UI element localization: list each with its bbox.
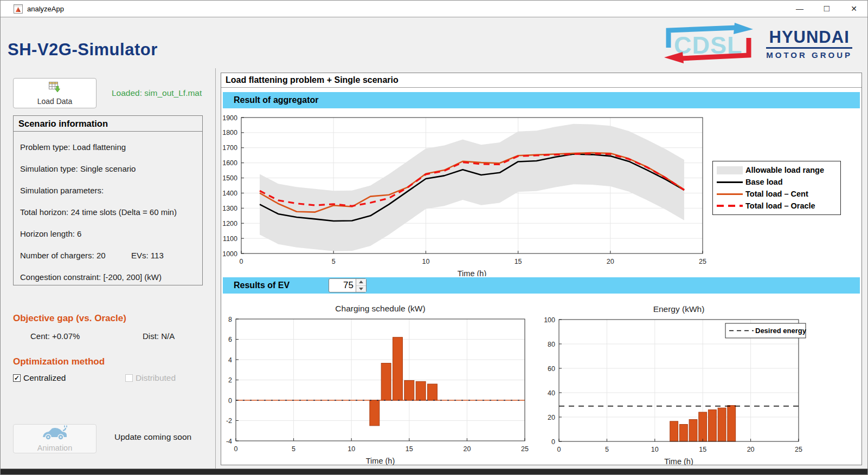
distributed-checkbox[interactable]: Distributed	[125, 373, 176, 383]
svg-text:1700: 1700	[222, 144, 237, 152]
matlab-app-icon	[14, 4, 23, 14]
legend-entry: Total load – Cent	[717, 188, 836, 200]
aggregator-chart-area: 0510152025100011001200130014001500160017…	[222, 108, 862, 276]
maximize-icon: □	[824, 3, 830, 14]
legend-swatch-icon	[717, 181, 743, 183]
optimization-method-heading: Optimization method	[13, 356, 105, 367]
svg-text:Time (h): Time (h)	[458, 269, 486, 276]
svg-text:60: 60	[548, 365, 555, 373]
svg-text:25: 25	[699, 258, 706, 265]
close-icon: ✕	[851, 4, 857, 13]
main-area: Load flattening problem + Single scenari…	[216, 68, 867, 469]
svg-text:1200: 1200	[222, 220, 237, 227]
aggregator-section-header: Result of aggregator	[223, 92, 860, 108]
ev-section-header: Results of EV 75	[223, 277, 860, 294]
hyundai-logo: HYUNDAI MOTOR GROUP	[766, 29, 852, 60]
close-button[interactable]: ✕	[840, 1, 867, 17]
svg-text:1100: 1100	[223, 235, 237, 243]
maximize-button[interactable]: □	[813, 1, 840, 17]
svg-text:5: 5	[605, 446, 609, 453]
ev-charts-row: 0510152025-4-202468Charging schedule (kW…	[221, 296, 861, 465]
svg-text:4: 4	[228, 356, 232, 364]
svg-text:20: 20	[607, 258, 614, 265]
scenario-line: Congestion constraint: [-200, 200] (kW)	[20, 266, 196, 288]
car-icon	[41, 425, 69, 444]
load-data-button[interactable]: Load Data	[13, 78, 97, 108]
app-window: analyzeApp — □ ✕ SH-V2G-Simulator CDSL H…	[0, 0, 868, 475]
legend-label: Base load	[745, 178, 783, 186]
checkbox-label: Distributed	[136, 373, 176, 383]
ev-section-label: Results of EV	[223, 281, 290, 290]
svg-text:1000: 1000	[222, 250, 237, 258]
charging-chart: 0510152025-4-202468Charging schedule (kW…	[221, 296, 538, 465]
svg-text:1900: 1900	[222, 114, 237, 122]
results-panel: Load flattening problem + Single scenari…	[221, 73, 862, 465]
objective-dist-value: Dist: N/A	[143, 331, 175, 341]
svg-text:1500: 1500	[222, 174, 237, 182]
svg-text:5: 5	[332, 258, 336, 265]
update-note: Update coming soon	[114, 432, 191, 442]
legend-label: Total load – Cent	[745, 190, 808, 198]
svg-text:Desired energy: Desired energy	[755, 327, 807, 335]
legend-swatch-icon	[717, 166, 743, 174]
legend-label: Allowable load range	[745, 166, 824, 174]
hyundai-subtitle: MOTOR GROUP	[766, 50, 852, 60]
svg-text:1300: 1300	[222, 205, 237, 212]
legend-entry: Total load – Oracle	[717, 200, 836, 212]
scenario-information-panel: Scenario information Problem type: Load …	[13, 115, 203, 285]
cdsl-logo: CDSL	[663, 23, 754, 66]
animation-button[interactable]: Animation	[13, 424, 97, 453]
chevron-down-icon	[359, 288, 363, 290]
scenario-lines: Problem type: Load flatteningSimulation …	[14, 132, 202, 288]
svg-text:8: 8	[228, 316, 232, 323]
objective-cent-value: Cent: +0.07%	[30, 331, 80, 341]
svg-text:20: 20	[548, 414, 555, 421]
svg-text:25: 25	[521, 445, 529, 453]
svg-text:100: 100	[544, 316, 555, 324]
svg-text:0: 0	[234, 445, 238, 453]
hyundai-wordmark: HYUNDAI	[769, 29, 850, 45]
svg-text:10: 10	[348, 445, 355, 453]
svg-text:2: 2	[228, 376, 232, 384]
load-data-icon	[48, 81, 61, 95]
scenario-line: Problem type: Load flattening	[20, 136, 196, 158]
svg-text:1400: 1400	[222, 190, 237, 197]
checkbox-label: Centralized	[23, 373, 66, 383]
svg-text:80: 80	[548, 341, 555, 348]
svg-text:-4: -4	[226, 438, 232, 445]
svg-text:10: 10	[651, 446, 659, 453]
svg-text:Energy (kWh): Energy (kWh)	[653, 304, 705, 314]
title-bar: analyzeApp — □ ✕	[1, 1, 867, 17]
load-data-label: Load Data	[37, 97, 73, 106]
svg-text:6: 6	[228, 336, 232, 343]
svg-text:15: 15	[699, 446, 706, 453]
loaded-file-status: Loaded: sim_out_Lf.mat	[112, 88, 202, 98]
checkbox-box-icon	[125, 374, 133, 382]
ev-index-spinner[interactable]: 75	[329, 278, 367, 292]
svg-text:15: 15	[515, 258, 522, 265]
svg-text:-2: -2	[226, 417, 232, 425]
chevron-up-icon	[359, 281, 363, 283]
svg-text:Time (h): Time (h)	[664, 457, 693, 465]
minimize-button[interactable]: —	[786, 1, 813, 17]
svg-text:0: 0	[557, 446, 561, 453]
svg-text:1600: 1600	[222, 159, 237, 167]
aggregator-section-label: Result of aggregator	[223, 95, 318, 105]
svg-text:15: 15	[406, 445, 413, 453]
scenario-line: Total horizon: 24 time slots (Delta = 60…	[20, 201, 196, 223]
svg-text:10: 10	[422, 258, 429, 265]
ev-index-value[interactable]: 75	[329, 279, 356, 292]
scenario-line: Horizon length: 6	[20, 223, 196, 245]
svg-text:Time (h): Time (h)	[366, 457, 395, 465]
svg-text:25: 25	[795, 446, 802, 453]
checkbox-box-icon: ✓	[13, 374, 21, 382]
legend-swatch-icon	[717, 193, 743, 195]
page-title: SH-V2G-Simulator	[8, 40, 158, 60]
svg-text:0: 0	[228, 397, 232, 405]
centralized-checkbox[interactable]: ✓Centralized	[13, 373, 66, 383]
spinner-up-button[interactable]	[356, 279, 366, 286]
spinner-down-button[interactable]	[356, 286, 366, 292]
scenario-panel-title: Scenario information	[14, 116, 202, 132]
svg-text:20: 20	[463, 445, 471, 453]
scenario-line: Simulation type: Single scenario	[20, 158, 196, 180]
